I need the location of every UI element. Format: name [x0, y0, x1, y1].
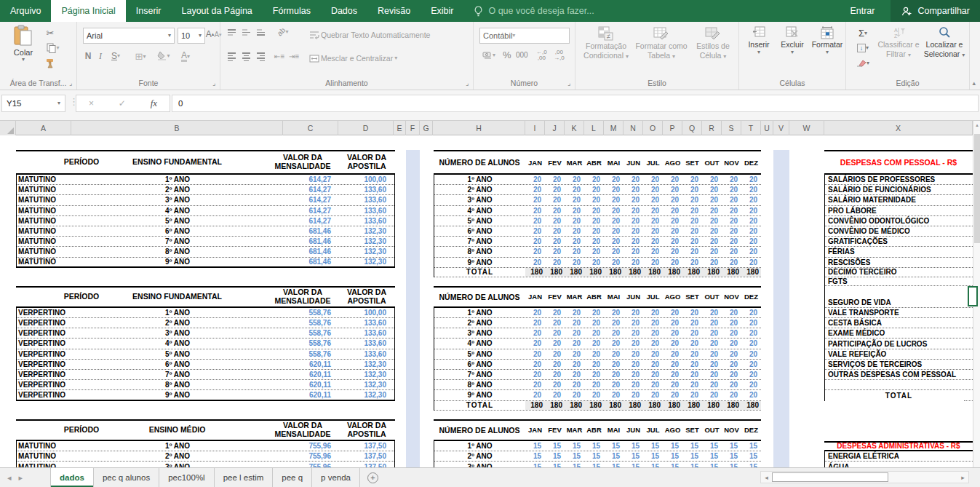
expense-item[interactable]: VALE REFEIÇÃO: [825, 349, 973, 360]
cell-students[interactable]: 20: [584, 186, 604, 194]
cell-students[interactable]: 20: [624, 371, 643, 379]
column-header-B[interactable]: B: [71, 121, 283, 135]
cell-students[interactable]: 15: [702, 442, 722, 450]
cell-students[interactable]: 20: [545, 217, 565, 225]
cell-period[interactable]: MATUTINO: [17, 248, 72, 256]
cell-grade[interactable]: 1º ANO: [434, 309, 525, 317]
cell-students[interactable]: 20: [525, 309, 545, 317]
cell-book[interactable]: 133,60: [338, 350, 394, 358]
cell-students[interactable]: 20: [643, 227, 663, 235]
cell-students[interactable]: 20: [525, 227, 545, 235]
horizontal-scroll-thumb[interactable]: [772, 472, 888, 482]
cell-students[interactable]: 20: [643, 196, 663, 204]
cell-book[interactable]: 133,60: [338, 196, 394, 204]
conditional-formatting-button[interactable]: ≠ Formatação Condicional ▾: [580, 26, 632, 60]
cell-students[interactable]: 20: [604, 237, 624, 245]
cell-grade[interactable]: 8º ANO: [434, 248, 525, 256]
cell-book[interactable]: 137,50: [338, 442, 394, 450]
ribbon-tab-dados[interactable]: Dados: [321, 0, 367, 22]
ribbon-tab-p-gina-inicial[interactable]: Página Inicial: [51, 0, 125, 22]
cell-period[interactable]: VERPERTINO: [17, 371, 72, 379]
cell-fee[interactable]: 614,27: [283, 207, 338, 215]
column-header-Q[interactable]: Q: [682, 121, 702, 135]
cell-students[interactable]: 20: [604, 339, 624, 347]
cell-students[interactable]: 15: [722, 452, 741, 460]
cell-students[interactable]: 20: [604, 248, 624, 256]
cell-students[interactable]: 20: [604, 350, 624, 358]
cell-students[interactable]: 20: [584, 329, 604, 337]
cell-students[interactable]: 20: [702, 217, 722, 225]
cell-grade[interactable]: 6º ANO: [434, 360, 525, 368]
cell-students[interactable]: 20: [525, 391, 545, 399]
column-header-J[interactable]: J: [545, 121, 565, 135]
cell-students[interactable]: 20: [525, 329, 545, 337]
cell-students[interactable]: 20: [663, 227, 682, 235]
ribbon-tab-arquivo[interactable]: Arquivo: [0, 0, 51, 22]
cell-students[interactable]: 15: [624, 452, 643, 460]
cell-book[interactable]: 132,30: [338, 258, 394, 266]
cell-students[interactable]: 15: [643, 452, 663, 460]
cell-total[interactable]: 180: [702, 268, 722, 276]
cell-grade[interactable]: 3º ANO: [434, 329, 525, 337]
underline-button[interactable]: S▾: [108, 51, 124, 61]
sheet-canvas[interactable]: PERÍODOENSINO FUNDAMENTALVALOR DAMENSALI…: [0, 135, 973, 467]
cell-book[interactable]: 133,60: [338, 207, 394, 215]
orientation-button[interactable]: ab▾: [274, 28, 292, 36]
expense-item[interactable]: VALE TRANSPORTE: [825, 308, 973, 318]
cell-grade[interactable]: 7º ANO: [434, 237, 525, 245]
cell-period[interactable]: VERPERTINO: [17, 339, 72, 347]
cell-students[interactable]: 20: [643, 391, 663, 399]
cell-grade[interactable]: 8º ANO: [72, 381, 283, 389]
cell-students[interactable]: 20: [643, 237, 663, 245]
cell-students[interactable]: 20: [525, 237, 545, 245]
cell-fee[interactable]: 614,27: [283, 186, 338, 194]
expense-item[interactable]: RESCISÕES: [825, 258, 973, 268]
cell-book[interactable]: 132,30: [338, 371, 394, 379]
fill-color-button[interactable]: ▾: [154, 51, 173, 60]
align-top-button[interactable]: [228, 29, 236, 36]
cell-grade[interactable]: 4º ANO: [434, 339, 525, 347]
cell-total[interactable]: 180: [741, 401, 761, 409]
cell-students[interactable]: 20: [663, 329, 682, 337]
sheet-tab-pee-l-estim[interactable]: pee l estim: [215, 468, 274, 487]
borders-button[interactable]: ⊞▾: [131, 51, 150, 62]
sheet-tab-pee-q[interactable]: pee q: [273, 468, 312, 487]
cell-total[interactable]: 180: [722, 268, 741, 276]
cell-total[interactable]: 180: [741, 268, 761, 276]
expenses-total-row[interactable]: TOTAL: [825, 390, 973, 400]
column-header-L[interactable]: L: [584, 121, 604, 135]
name-box-dropdown[interactable]: ▾: [57, 100, 60, 106]
align-middle-button[interactable]: [242, 29, 250, 36]
cell-students[interactable]: 20: [545, 329, 565, 337]
cell-students[interactable]: 20: [722, 237, 741, 245]
cell-grade[interactable]: 1º ANO: [72, 442, 283, 450]
select-all-corner[interactable]: [0, 121, 16, 135]
cell-period[interactable]: VERPERTINO: [17, 319, 72, 327]
cell-students[interactable]: 20: [565, 207, 584, 215]
cell-students[interactable]: 20: [663, 258, 682, 266]
alignment-dialog-launcher[interactable]: ⌟: [463, 79, 471, 87]
cell-students[interactable]: 15: [604, 442, 624, 450]
cell-period[interactable]: MATUTINO: [17, 227, 72, 235]
ribbon-tab-exibir[interactable]: Exibir: [421, 0, 463, 22]
expense-item[interactable]: CONVÊNIO ODONTOLÓGICO: [825, 216, 973, 226]
cell-students[interactable]: 20: [702, 350, 722, 358]
cell-grade[interactable]: 9º ANO: [72, 391, 283, 399]
cell-students[interactable]: 20: [565, 329, 584, 337]
cell-grade[interactable]: 8º ANO: [72, 248, 283, 256]
cell-students[interactable]: 20: [565, 258, 584, 266]
cell-grade[interactable]: 6º ANO: [434, 227, 525, 235]
cell-book[interactable]: 137,50: [338, 452, 394, 460]
cell-students[interactable]: 20: [702, 309, 722, 317]
cell-students[interactable]: 20: [682, 175, 702, 183]
cell-fee[interactable]: 558,76: [283, 350, 338, 358]
expense-item[interactable]: SALÁRIO DE FUNCIONÁRIOS: [825, 185, 973, 195]
cell-students[interactable]: 20: [584, 360, 604, 368]
cell-period[interactable]: VERPERTINO: [17, 360, 72, 368]
cell-students[interactable]: 20: [663, 360, 682, 368]
collapse-ribbon-button[interactable]: ▴: [972, 79, 976, 87]
cell-book[interactable]: 132,30: [338, 248, 394, 256]
cell-students[interactable]: 20: [584, 207, 604, 215]
cell-students[interactable]: 20: [663, 237, 682, 245]
cell-students[interactable]: 20: [741, 196, 761, 204]
